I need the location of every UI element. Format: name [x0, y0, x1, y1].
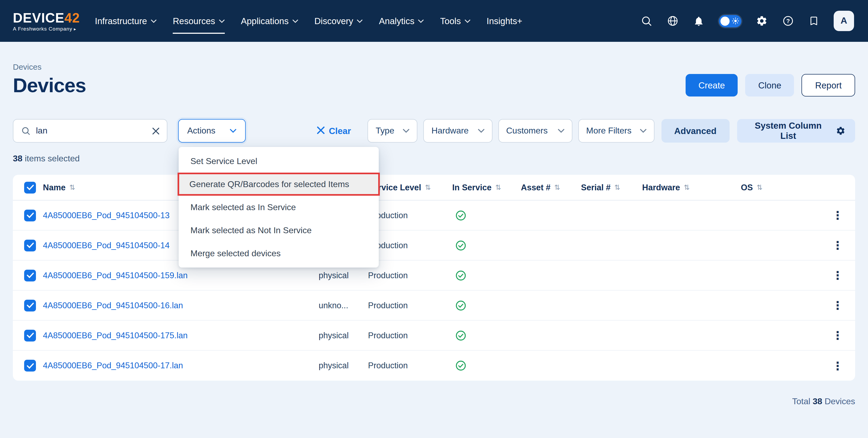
- in-service-check-icon: [456, 270, 521, 281]
- service-level-cell: Production: [368, 270, 452, 280]
- type-cell: physical: [319, 331, 368, 340]
- in-service-check-icon: [456, 330, 521, 341]
- svg-text:?: ?: [786, 18, 790, 24]
- avatar[interactable]: A: [834, 11, 854, 31]
- theme-toggle[interactable]: [719, 15, 741, 27]
- clone-button[interactable]: Clone: [745, 74, 794, 97]
- gear-icon: [836, 126, 845, 136]
- chevron-down-icon: [558, 129, 564, 133]
- device-name-link[interactable]: 4A85000EB6_Pod_945104500-14: [43, 240, 169, 249]
- search-box: [13, 119, 167, 143]
- row-menu-kebab[interactable]: [832, 300, 843, 311]
- device-name-link[interactable]: 4A85000EB6_Pod_945104500-175.lan: [43, 331, 188, 340]
- breadcrumb[interactable]: Devices: [13, 62, 41, 72]
- column-header-serial[interactable]: Serial #⇅: [581, 182, 642, 192]
- clear-search-icon[interactable]: [152, 127, 159, 134]
- table-row: 4A85000EB6_Pod_945104500-17.lan physical…: [13, 350, 855, 381]
- logo-text: DEVICE42: [13, 10, 80, 24]
- table-row: 4A85000EB6_Pod_945104500-159.lan physica…: [13, 261, 855, 291]
- column-header-asset[interactable]: Asset #⇅: [521, 182, 581, 192]
- nav-item-insights[interactable]: Insights+: [487, 0, 522, 42]
- chevron-down-icon: [465, 19, 470, 23]
- page-title: Devices: [13, 74, 86, 98]
- search-input[interactable]: [36, 126, 147, 136]
- menu-item-mark-not-in-service[interactable]: Mark selected as Not In Service: [179, 219, 379, 242]
- actions-button[interactable]: Actions: [178, 119, 246, 143]
- column-header-in-service[interactable]: In Service⇅: [452, 182, 521, 192]
- devices-table: Name⇅ Type⇅ Service Level⇅ In Service⇅ A…: [13, 175, 855, 381]
- nav-item-tools[interactable]: Tools: [440, 0, 470, 42]
- device42-logo[interactable]: DEVICE42 A Freshworks Company: [13, 10, 80, 31]
- selection-summary: 38 items selected: [13, 154, 855, 164]
- column-header-os[interactable]: OS⇅: [741, 182, 823, 192]
- nav-item-infrastructure[interactable]: Infrastructure: [95, 0, 157, 42]
- device-name-link[interactable]: 4A85000EB6_Pod_945104500-159.lan: [43, 270, 188, 279]
- filter-more-filters[interactable]: More Filters: [578, 119, 654, 143]
- nav-item-analytics[interactable]: Analytics: [379, 0, 424, 42]
- chevron-down-icon: [219, 19, 225, 23]
- search-icon: [21, 126, 31, 136]
- filter-type[interactable]: Type: [368, 119, 417, 143]
- search-icon[interactable]: [641, 15, 652, 27]
- clear-filters-button[interactable]: Clear: [317, 126, 351, 136]
- main-content: Devices Devices Create Clone Report: [0, 62, 868, 406]
- service-level-cell: Production: [368, 331, 452, 340]
- service-level-cell: Production: [368, 361, 452, 370]
- bookmark-icon[interactable]: [808, 15, 819, 26]
- bell-icon[interactable]: [693, 15, 704, 27]
- help-icon[interactable]: ?: [782, 15, 794, 27]
- filter-hardware[interactable]: Hardware: [423, 119, 492, 143]
- nav-item-applications[interactable]: Applications: [241, 0, 298, 42]
- row-checkbox[interactable]: [24, 269, 36, 281]
- sort-icon: ⇅: [614, 183, 620, 191]
- row-menu-kebab[interactable]: [832, 330, 843, 341]
- sort-icon: ⇅: [554, 183, 560, 191]
- service-level-cell: Production: [368, 301, 452, 310]
- column-header-hardware[interactable]: Hardware⇅: [642, 182, 741, 192]
- chevron-down-icon: [403, 129, 409, 133]
- row-menu-kebab[interactable]: [832, 360, 843, 371]
- sort-icon: ⇅: [684, 183, 690, 191]
- row-checkbox[interactable]: [24, 209, 36, 221]
- title-row: Devices Create Clone Report: [13, 74, 855, 98]
- row-checkbox[interactable]: [24, 330, 36, 341]
- device-name-link[interactable]: 4A85000EB6_Pod_945104500-13: [43, 210, 169, 220]
- table-row: 4A85000EB6_Pod_945104500-175.lan physica…: [13, 321, 855, 350]
- row-menu-kebab[interactable]: [832, 270, 843, 281]
- sort-icon: ⇅: [425, 183, 431, 191]
- chevron-down-icon: [151, 19, 157, 23]
- nav-item-resources[interactable]: Resources: [173, 0, 225, 42]
- main-nav: Infrastructure Resources Applications Di…: [95, 0, 522, 42]
- globe-icon[interactable]: [667, 15, 679, 27]
- nav-item-discovery[interactable]: Discovery: [314, 0, 363, 42]
- system-column-list-button[interactable]: System Column List: [737, 119, 855, 143]
- device-name-link[interactable]: 4A85000EB6_Pod_945104500-17.lan: [43, 361, 183, 370]
- menu-item-merge-devices[interactable]: Merge selected devices: [179, 242, 379, 265]
- row-checkbox[interactable]: [24, 360, 36, 372]
- in-service-check-icon: [456, 300, 521, 311]
- table-row: 4A85000EB6_Pod_945104500-14 Production: [13, 231, 855, 261]
- top-buttons: Create Clone Report: [686, 74, 855, 97]
- row-checkbox[interactable]: [24, 239, 36, 251]
- gear-icon[interactable]: [756, 15, 768, 27]
- advanced-button[interactable]: Advanced: [661, 119, 729, 143]
- row-menu-kebab[interactable]: [832, 240, 843, 251]
- report-button[interactable]: Report: [802, 74, 855, 97]
- in-service-check-icon: [456, 240, 521, 250]
- row-menu-kebab[interactable]: [832, 210, 843, 221]
- chevron-down-icon: [418, 19, 424, 23]
- column-header-service-level[interactable]: Service Level⇅: [368, 182, 452, 192]
- sun-icon: [732, 17, 739, 25]
- filter-customers[interactable]: Customers: [498, 119, 572, 143]
- total-devices-summary: Total 38 Devices: [13, 397, 855, 406]
- table-row: 4A85000EB6_Pod_945104500-16.lan unkno...…: [13, 291, 855, 321]
- create-button[interactable]: Create: [686, 74, 738, 97]
- menu-item-mark-in-service[interactable]: Mark selected as In Service: [179, 196, 379, 219]
- chevron-down-icon: [229, 129, 237, 133]
- logo-tagline: A Freshworks Company: [13, 26, 80, 31]
- menu-item-set-service-level[interactable]: Set Service Level: [179, 149, 379, 173]
- menu-item-generate-qr-barcodes[interactable]: Generate QR/Barcodes for selected Items: [178, 173, 380, 196]
- select-all-checkbox[interactable]: [24, 181, 36, 193]
- device-name-link[interactable]: 4A85000EB6_Pod_945104500-16.lan: [43, 301, 183, 310]
- row-checkbox[interactable]: [24, 299, 36, 311]
